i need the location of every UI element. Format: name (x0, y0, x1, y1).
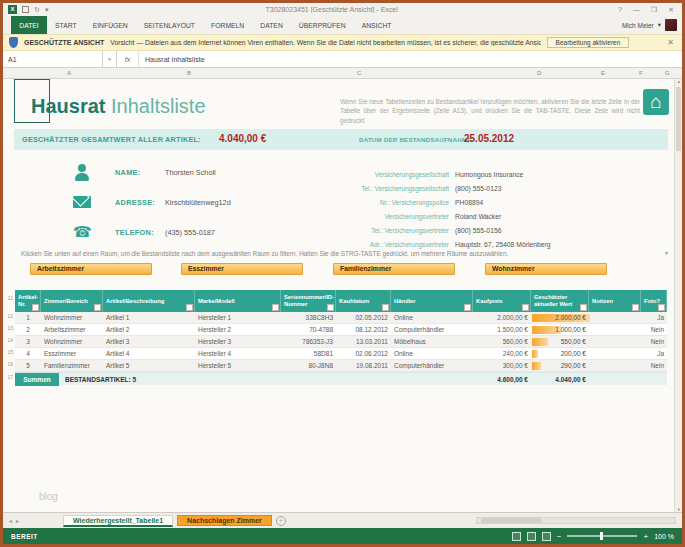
row-number[interactable]: 15 (4, 349, 13, 355)
cell-nr[interactable]: 3 (15, 338, 41, 345)
column-header-f[interactable]: F (639, 70, 643, 76)
cell-serien[interactable]: 338C8H3 (281, 314, 336, 321)
cell-kaufpreis[interactable]: 1.500,00 € (473, 326, 531, 333)
filter-icon[interactable] (32, 304, 39, 311)
table-row[interactable]: 5 Familienzimmer Artikel 5 Hersteller 5 … (15, 360, 667, 372)
cell-nr[interactable]: 1 (15, 314, 41, 321)
insurance-value[interactable]: (800) 555-0156 (455, 227, 501, 234)
tab-ansicht[interactable]: ANSICHT (354, 22, 400, 29)
filter-icon[interactable] (186, 304, 193, 311)
header-haendler[interactable]: Händler (391, 290, 473, 312)
cell-artikel[interactable]: Artikel 1 (103, 314, 195, 321)
column-header-c[interactable]: C (357, 70, 361, 76)
cell-kaufpreis[interactable]: 560,00 € (473, 338, 531, 345)
row-number[interactable]: 11 (4, 295, 13, 301)
tab-datei[interactable]: DATEI (11, 16, 47, 34)
cell-foto[interactable]: Ja (641, 350, 667, 357)
column-header-d[interactable]: D (537, 70, 541, 76)
column-header-a[interactable]: A (67, 70, 71, 76)
slicer-wohnzimmer[interactable]: Wohnzimmer (485, 263, 607, 275)
tab-seitenlayout[interactable]: SEITENLAYOUT (136, 22, 203, 29)
insurance-value[interactable]: Hauptstr. 67, 25408 Mörlenberg (455, 241, 551, 248)
filter-icon[interactable] (522, 304, 529, 311)
enable-editing-button[interactable]: Bearbeitung aktivieren (547, 37, 630, 48)
tab-scroll-left-icon[interactable]: ◂ (9, 517, 12, 524)
cell-haendler[interactable]: Online (391, 314, 473, 321)
cell-haendler[interactable]: Computerhändler (391, 362, 473, 369)
scroll-up-icon[interactable]: ▴ (675, 79, 682, 84)
column-header-b[interactable]: B (187, 70, 191, 76)
cell-kaufpreis[interactable]: 240,00 € (473, 350, 531, 357)
cell-haendler[interactable]: Möbelhaus (391, 338, 473, 345)
horizontal-scrollbar[interactable] (476, 517, 676, 524)
cell-nr[interactable]: 4 (15, 350, 41, 357)
zoom-out-button[interactable]: − (557, 532, 562, 541)
phone-value[interactable]: (435) 555-0187 (165, 228, 215, 237)
table-row[interactable]: 3 Wohnzimmer Artikel 3 Hersteller 3 7863… (15, 336, 667, 348)
cell-marke[interactable]: Hersteller 3 (195, 338, 281, 345)
fx-icon[interactable]: fx (117, 51, 139, 67)
filter-icon[interactable] (327, 304, 334, 311)
header-kaufdatum[interactable]: Kaufdatum (336, 290, 391, 312)
cell-artikel[interactable]: Artikel 3 (103, 338, 195, 345)
zoom-slider-thumb[interactable] (600, 532, 603, 540)
tab-daten[interactable]: DATEN (252, 22, 291, 29)
row-number[interactable]: 14 (4, 337, 13, 343)
minimize-button[interactable]: — (630, 6, 643, 13)
row-number[interactable]: 12 (4, 313, 13, 319)
name-box-dropdown-icon[interactable]: ▾ (103, 51, 117, 67)
normal-view-icon[interactable] (512, 532, 521, 541)
filter-icon[interactable] (464, 304, 471, 311)
cell-kaufpreis[interactable]: 2.000,00 € (473, 314, 531, 321)
worksheet[interactable]: 11 12 13 14 15 16 17 Hausrat Inhaltslist… (3, 79, 682, 512)
tab-scroll-right-icon[interactable]: ▸ (16, 517, 19, 524)
account-menu[interactable]: Mich Meier ▾ (622, 16, 677, 34)
redo-icon[interactable]: ↻ (34, 6, 40, 14)
header-kaufpreis[interactable]: Kaufpreis (473, 290, 531, 312)
cell-datum[interactable]: 02.06.2012 (336, 350, 391, 357)
table-row[interactable]: 4 Esszimmer Artikel 4 Hersteller 4 58D81… (15, 348, 667, 360)
zoom-slider[interactable] (567, 535, 637, 537)
scroll-down-icon[interactable]: ▾ (675, 507, 682, 512)
chevron-down-icon[interactable]: ▾ (665, 249, 668, 256)
cell-foto[interactable]: Ja (641, 314, 667, 321)
insurance-value[interactable]: Roland Wacker (455, 213, 501, 220)
header-foto[interactable]: Foto? (641, 290, 667, 312)
row-number[interactable]: 16 (4, 361, 13, 367)
save-icon[interactable] (22, 6, 29, 13)
filter-icon[interactable] (382, 304, 389, 311)
table-row[interactable]: 2 Arbeitszimmer Artikel 2 Hersteller 2 7… (15, 324, 667, 336)
cell-kaufpreis[interactable]: 300,00 € (473, 362, 531, 369)
zoom-in-button[interactable]: + (643, 532, 648, 541)
cell-marke[interactable]: Hersteller 4 (195, 350, 281, 357)
slicer-familienzimmer[interactable]: Familienzimmer (333, 263, 455, 275)
help-button[interactable]: ? (615, 6, 625, 13)
quick-access-dropdown-icon[interactable]: ▾ (45, 6, 49, 14)
horizontal-scrollbar-thumb[interactable] (481, 518, 541, 523)
cell-datum[interactable]: 08.12.2012 (336, 326, 391, 333)
sheet-tab-nachschlagen-zimmer[interactable]: Nachschlagen Zimmer (177, 515, 272, 526)
cell-haendler[interactable]: Online (391, 350, 473, 357)
cell-zimmer[interactable]: Wohnzimmer (41, 314, 103, 321)
cell-datum[interactable]: 19.08.2011 (336, 362, 391, 369)
header-marke[interactable]: Marke/Modell (195, 290, 281, 312)
vertical-scrollbar-thumb[interactable] (676, 87, 681, 151)
column-header-g[interactable]: G (665, 70, 670, 76)
close-icon[interactable]: ✕ (665, 38, 676, 47)
row-number[interactable]: 17 (4, 374, 13, 380)
header-wert[interactable]: Geschätzter aktueller Wert (531, 290, 589, 312)
insurance-value[interactable]: PH08894 (455, 199, 483, 206)
filter-icon[interactable] (580, 304, 587, 311)
cell-serien[interactable]: 80-J8N8 (281, 362, 336, 369)
filter-icon[interactable] (632, 304, 639, 311)
slicer-arbeitszimmer[interactable]: Arbeitszimmer (30, 263, 152, 275)
table-row[interactable]: 1 Wohnzimmer Artikel 1 Hersteller 1 338C… (15, 312, 667, 324)
sheet-tab-wiederhergestellt[interactable]: Wiederhergestellt_Tabelle1 (63, 515, 173, 527)
header-zimmer[interactable]: Zimmer/Bereich (41, 290, 103, 312)
cell-datum[interactable]: 02.05.2012 (336, 314, 391, 321)
cell-foto[interactable]: Nein (641, 326, 667, 333)
header-artikel-nr[interactable]: Artikel-Nr. (15, 290, 41, 312)
cell-serien[interactable]: 70-4788 (281, 326, 336, 333)
cell-nr[interactable]: 5 (15, 362, 41, 369)
cell-foto[interactable]: Nein (641, 362, 667, 369)
